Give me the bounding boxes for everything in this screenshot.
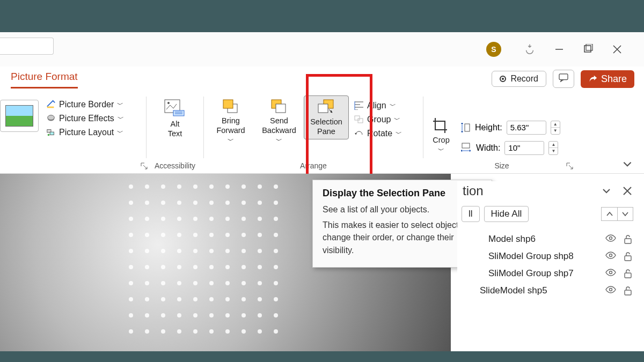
group-picture-styles: Picture Border﹀ Picture Effects﹀ Picture…	[0, 92, 146, 173]
svg-rect-23	[625, 239, 631, 243]
svg-rect-13	[223, 100, 233, 108]
height-row: Height: ▲▼	[460, 121, 560, 135]
width-input[interactable]	[504, 141, 544, 155]
svg-rect-7	[50, 132, 54, 135]
move-down-button[interactable]	[617, 207, 633, 221]
chevron-down-icon: ﹀	[228, 136, 234, 145]
svg-rect-15	[276, 104, 286, 113]
app-window: S Picture Format Record Share Picture Bo…	[0, 32, 644, 351]
alt-text-button[interactable]: Alt Text	[155, 95, 195, 138]
user-avatar[interactable]: S	[486, 42, 501, 57]
chevron-down-icon: ﹀	[117, 128, 123, 137]
eye-icon[interactable]	[605, 286, 616, 293]
hide-all-button[interactable]: Hide All	[484, 206, 529, 222]
titlebar: S	[0, 32, 644, 67]
lock-icon[interactable]	[624, 234, 632, 244]
svg-point-5	[48, 115, 55, 120]
lock-icon[interactable]	[624, 269, 632, 278]
chevron-down-icon: ﹀	[438, 146, 444, 155]
svg-point-26	[610, 271, 612, 274]
send-backward-button[interactable]: Send Backward﹀	[254, 95, 304, 145]
svg-point-24	[610, 254, 612, 257]
svg-rect-3	[47, 107, 54, 108]
record-icon	[500, 76, 506, 82]
ribbon-body: Picture Border﹀ Picture Effects﹀ Picture…	[0, 92, 644, 174]
height-icon	[460, 122, 471, 134]
dialog-launcher-icon[interactable]	[566, 162, 575, 171]
selection-pane-panel: tion ll Hide All Model shp6SliModel Grou…	[457, 181, 638, 351]
chevron-down-icon: ﹀	[117, 100, 123, 109]
group-arrange: Bring Forward﹀ Send Backward﹀ Selection …	[204, 92, 423, 173]
svg-rect-20	[465, 124, 470, 131]
collapse-ribbon-icon[interactable]	[621, 158, 633, 170]
shape-list-item[interactable]: Model shp6	[460, 231, 634, 248]
group-accessibility: Alt Text Accessibility	[147, 92, 203, 173]
bring-forward-button[interactable]: Bring Forward﹀	[207, 95, 254, 145]
lock-icon[interactable]	[624, 252, 632, 261]
chevron-down-icon: ﹀	[396, 129, 402, 138]
svg-rect-0	[584, 46, 591, 52]
align-button[interactable]: Align﹀	[352, 101, 404, 110]
shape-list: Model shp6SliModel Group shp8SliModel Gr…	[460, 228, 634, 299]
picture-border-button[interactable]: Picture Border﹀	[44, 99, 126, 110]
svg-rect-17	[318, 104, 328, 113]
pane-title: tion	[463, 183, 484, 198]
lock-icon[interactable]	[624, 286, 632, 295]
picture-effects-button[interactable]: Picture Effects﹀	[44, 113, 126, 124]
rotate-button[interactable]: Rotate﹀	[352, 129, 404, 138]
tab-picture-format[interactable]: Picture Format	[11, 69, 78, 88]
move-up-button[interactable]	[601, 207, 617, 221]
ribbon-actions: Record Share	[492, 70, 634, 88]
title-input[interactable]	[0, 38, 54, 55]
chevron-down-icon: ﹀	[390, 101, 396, 110]
svg-point-22	[610, 237, 612, 240]
svg-point-28	[610, 289, 612, 291]
svg-rect-18	[355, 116, 360, 120]
close-icon[interactable]	[623, 186, 632, 196]
svg-rect-2	[559, 74, 568, 80]
shape-list-item[interactable]: SliModel Group shp8	[460, 248, 634, 265]
shape-list-item[interactable]: SliModel Group shp7	[460, 265, 634, 282]
svg-point-8	[48, 134, 50, 136]
width-spinner[interactable]: ▲▼	[548, 141, 558, 155]
eye-icon[interactable]	[605, 269, 616, 276]
width-icon	[460, 143, 472, 153]
svg-rect-1	[586, 44, 592, 50]
height-input[interactable]	[507, 121, 546, 135]
picture-layout-button[interactable]: Picture Layout﹀	[44, 127, 126, 138]
chevron-down-icon: ﹀	[394, 115, 400, 124]
svg-rect-29	[625, 290, 631, 295]
ribbon-tabs: Picture Format	[11, 69, 78, 88]
show-all-button[interactable]: ll	[462, 206, 480, 222]
share-button[interactable]: Share	[581, 70, 634, 88]
maximize-button[interactable]	[583, 44, 594, 55]
svg-rect-25	[625, 256, 631, 261]
picture-style-gallery[interactable]	[0, 100, 39, 132]
mic-icon[interactable]	[524, 43, 536, 55]
svg-rect-19	[358, 119, 363, 123]
group-button: Group﹀	[352, 115, 404, 124]
minimize-button[interactable]	[554, 44, 565, 55]
svg-point-10	[167, 102, 170, 104]
group-size: Crop﹀ Height: ▲▼ Width: ▲▼ Size	[423, 92, 580, 173]
height-spinner[interactable]: ▲▼	[551, 121, 560, 135]
eye-icon[interactable]	[605, 234, 616, 242]
chevron-down-icon: ﹀	[118, 114, 124, 123]
svg-rect-21	[462, 143, 470, 148]
crop-button[interactable]: Crop﹀	[426, 114, 457, 155]
shape-list-item[interactable]: SlideModel shp5	[460, 282, 634, 299]
record-button[interactable]: Record	[492, 71, 546, 87]
eye-icon[interactable]	[605, 252, 616, 259]
selection-pane-button[interactable]: Selection Pane	[304, 95, 349, 139]
comments-button[interactable]	[553, 70, 574, 88]
chevron-down-icon: ﹀	[276, 136, 282, 145]
close-button[interactable]	[612, 44, 623, 55]
chevron-down-icon[interactable]	[601, 186, 612, 196]
width-row: Width: ▲▼	[460, 141, 560, 155]
svg-rect-11	[173, 110, 184, 116]
svg-rect-27	[625, 273, 631, 278]
